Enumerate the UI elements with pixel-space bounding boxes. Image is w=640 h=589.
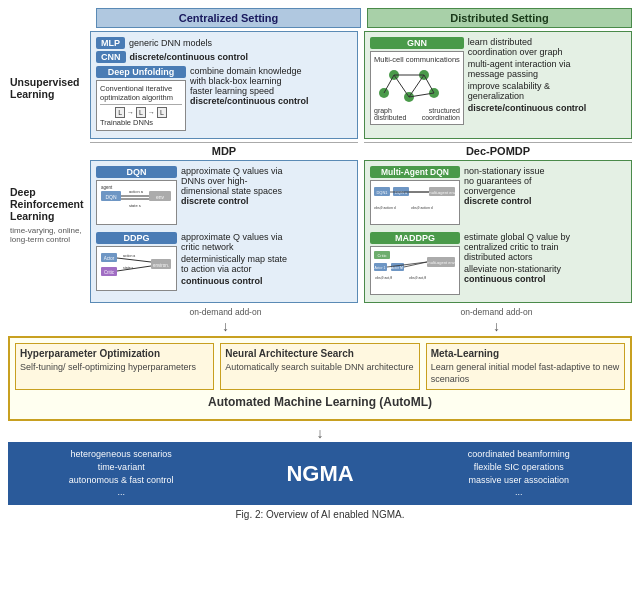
automl-title: Automated Machine Learning (AutoML) [15,395,625,409]
svg-text:obs,θ act,θ: obs,θ act,θ [375,276,392,280]
trainable-label: Trainable DNNs [100,118,153,127]
svg-line-6 [384,75,394,93]
du-desc1: combine domain knowledge [190,66,352,76]
ddpg-diagram: Actor Critic environ. action a state s [96,246,177,291]
multi-cell-label: Multi-cell communications [374,55,460,64]
dqn-diagram: DQN env agent action a state s [96,180,177,225]
maddpg-desc1: estimate global Q value by [464,232,626,242]
svg-text:Critic: Critic [377,253,386,258]
distributed-unsupervised-panel: GNN Multi-cell communications [364,31,632,139]
deep-unfolding-label: Deep Unfolding [96,66,186,78]
ngma-section: heterogeneous scenarios time-variant aut… [8,442,632,504]
ngma-right-item-4: ... [412,486,626,499]
gnn-desc1: learn distributed [468,37,626,47]
automl-wrapper: on-demand add-on on-demand add-on ↓ ↓ Hy… [8,307,632,421]
gnn-network-svg [374,65,444,105]
maddpg-desc3: distributed actors [464,252,626,262]
layer-box-2: L [136,107,146,118]
ngma-left-item-3: autonomous & fast control [14,474,228,487]
addon-label-2: on-demand add-on [461,307,533,317]
ngma-left-item-4: ... [14,486,228,499]
gnn-desc6: generalization [468,91,626,101]
svg-text:action a: action a [123,254,135,258]
svg-text:env: env [156,194,165,200]
ngma-right-item-3: massive user association [412,474,626,487]
svg-line-26 [117,258,151,262]
addon-label-1: on-demand add-on [190,307,262,317]
gnn-desc7: discrete/continuous control [468,103,626,113]
maddpg-desc4: alleviate non-stationarity [464,264,626,274]
rl-label3: Learning [10,210,54,222]
ngma-right-item-1: coordinated beamforming [412,448,626,461]
gnn-desc4: message passing [468,69,626,79]
addon-row: on-demand add-on on-demand add-on [8,307,632,317]
madqn-desc3: convergence [464,186,626,196]
svg-text:Actor 1: Actor 1 [374,266,385,270]
maddpg-desc2: centralized critic to train [464,242,626,252]
distributed-header: Distributed Setting [367,8,632,28]
madqn-desc4: discrete control [464,196,626,206]
rl-sublabel2: long-term control [10,235,70,244]
gnn-diagram: Multi-cell communications [370,51,464,125]
right-main: MLP generic DNN models CNN discrete/cont… [90,31,632,303]
fig-caption: Fig. 2: Overview of AI enabled NGMA. [8,509,632,520]
svg-text:DQN u: DQN u [395,190,407,195]
rl-label1: Deep [10,186,36,198]
distributed-rl-panel: Multi-Agent DQN DQN1 DQN u multi-agent e… [364,160,632,303]
arrow-to-ngma: ↓ [8,425,632,441]
svg-text:DQN1: DQN1 [376,190,388,195]
madqn-label: Multi-Agent DQN [370,166,460,178]
ngma-center-label: NGMA [234,461,405,487]
dqn-svg: DQN env agent action a state s [99,183,174,221]
svg-text:state s: state s [123,266,134,270]
svg-line-9 [424,75,434,93]
maddpg-svg: Critic Actor 1 Actor M multi-agent env [373,249,457,291]
gnn-label: GNN [370,37,464,49]
dqn-desc4: discrete control [181,196,352,206]
dec-pomdp-label: Dec-POMDP [364,142,632,157]
unsupervised-label2: Learning [10,88,54,100]
ngma-left-item-1: heterogeneous scenarios [14,448,228,461]
meta-learning-desc: Learn general initial model fast-adaptiv… [431,362,620,385]
ngma-left: heterogeneous scenarios time-variant aut… [14,448,228,498]
unsupervised-row: MLP generic DNN models CNN discrete/cont… [90,31,632,139]
arrow-down-1: ↓ [222,318,229,334]
ngma-left-item-2: time-variant [14,461,228,474]
madqn-desc1: non-stationary issue [464,166,626,176]
mdp-label-row: MDP Dec-POMDP [90,142,632,157]
mdp-label: MDP [90,142,358,157]
graph-label: graph [374,107,392,114]
dqn-label: DQN [96,166,177,178]
du-desc4: discrete/continuous control [190,96,352,106]
ngma-right-item-2: flexible SIC operations [412,461,626,474]
nas-title: Neural Architecture Search [225,348,414,359]
main-wrapper: Unsupervised Learning Deep Reinforcement… [8,31,632,303]
svg-text:obs,θ action d: obs,θ action d [411,206,433,210]
conventional-label2: optimization algorithm [100,93,173,102]
ddpg-label: DDPG [96,232,177,244]
gnn-desc5: improve scalability & [468,81,626,91]
nas-desc: Automatically search suitable DNN archit… [225,362,414,374]
ddpg-desc5: continuous control [181,276,352,286]
coordination-label: coordination [422,114,460,121]
du-desc3: faster learning speed [190,86,352,96]
meta-learning-title: Meta-Learning [431,348,620,359]
mlp-label: MLP [96,37,125,49]
svg-text:state s: state s [129,203,141,208]
hyperparameter-title: Hyperparameter Optimization [20,348,209,359]
ddpg-desc1: approximate Q values via [181,232,352,242]
conventional-label: Conventional iterative [100,84,172,93]
svg-line-7 [394,75,409,97]
gnn-desc2: coordination over graph [468,47,626,57]
arrow-down-2: ↓ [493,318,500,334]
nas-box: Neural Architecture Search Automatically… [220,343,419,390]
ddpg-desc3: deterministically map state [181,254,352,264]
left-labels: Unsupervised Learning Deep Reinforcement… [8,31,90,303]
dnn-conventional-row: Conventional iterative [100,84,182,93]
svg-text:obs,θ action d: obs,θ action d [374,206,396,210]
svg-text:agent: agent [101,185,113,190]
centralized-unsupervised-panel: MLP generic DNN models CNN discrete/cont… [90,31,358,139]
layer-box-1: L [115,107,125,118]
automl-boxes: Hyperparameter Optimization Self-tuning/… [15,343,625,390]
arrow-row: ↓ ↓ [8,318,632,334]
